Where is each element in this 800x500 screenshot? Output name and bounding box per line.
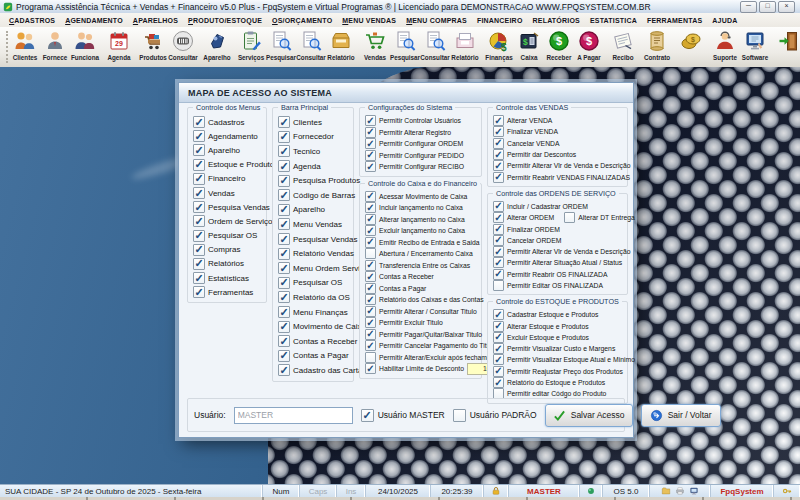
toolbar-caixa-button[interactable]: $Caixa <box>514 27 544 67</box>
checkbox-ferramentas[interactable]: ✓ <box>193 286 205 298</box>
checkbox-codigo-de-barras[interactable]: ✓ <box>278 189 290 201</box>
toolbar-coins-button[interactable]: $ <box>676 27 706 67</box>
checkbox-pesquisa-vendas[interactable]: ✓ <box>193 201 205 213</box>
checkbox-estatisticas[interactable]: ✓ <box>193 272 205 284</box>
toolbar-software-button[interactable]: Software <box>740 27 770 67</box>
checkbox-permitir-reabrir-vendas-finalizadas[interactable]: ✓ <box>493 172 504 183</box>
checkbox-finalizar-ordem[interactable]: ✓ <box>493 224 504 235</box>
checkbox-contas-a-pagar[interactable]: ✓ <box>365 283 376 294</box>
toolbar-relatorio-button[interactable]: Relatório <box>450 27 480 67</box>
checkbox-permitir-visualizar-estoque-atual-e-minimo[interactable]: ✓ <box>493 354 504 365</box>
checkbox-incluir-lancamento-no-caixa[interactable]: ✓ <box>365 202 376 213</box>
checkbox-contas-a-receber[interactable]: ✓ <box>365 271 376 282</box>
toolbar-financas-button[interactable]: $Finanças <box>484 27 514 67</box>
save-access-button[interactable]: Salvar Acesso <box>545 404 633 427</box>
checkbox-estoque-e-produtos[interactable]: ✓ <box>193 159 205 171</box>
toolbar-servicos-button[interactable]: Serviços <box>236 27 266 67</box>
checkbox-agenda[interactable]: ✓ <box>278 160 290 172</box>
checkbox-cadastro-das-cartas[interactable]: ✓ <box>278 364 290 376</box>
toolbar-vendas-button[interactable]: Vendas <box>360 27 390 67</box>
checkbox-habilitar-limite-de-desconto[interactable]: ✓ <box>365 363 376 374</box>
checkbox-menu-vendas[interactable]: ✓ <box>278 218 290 230</box>
checkbox-cancelar-ordem[interactable]: ✓ <box>493 235 504 246</box>
checkbox-alterar-ordem[interactable]: ✓ <box>493 212 504 223</box>
checkbox-permitir-alterar-vlr-de-venda-e-descricao[interactable]: ✓ <box>493 160 504 171</box>
checkbox-contas-a-pagar[interactable]: ✓ <box>278 350 290 362</box>
checkbox-pesquisar-os[interactable]: ✓ <box>193 230 205 242</box>
checkbox-alterar-estoque-e-produtos[interactable]: ✓ <box>493 321 504 332</box>
checkbox-permitir-configurar-pedido[interactable]: ✓ <box>365 150 376 161</box>
menu-item-estatistica[interactable]: ESTATISTICA <box>585 17 642 24</box>
checkbox-permitir-alterar-consultar-titulo[interactable]: ✓ <box>365 306 376 317</box>
menu-item-ajuda[interactable]: AJUDA <box>707 17 742 24</box>
checkbox-pesquisa-produtos[interactable]: ✓ <box>278 175 290 187</box>
checkbox-excluir-lancamento-no-caixa[interactable]: ✓ <box>365 225 376 236</box>
menu-item-relatorios[interactable]: RELATÓRIOS <box>528 17 585 24</box>
toolbar-pesquisar-button[interactable]: Pesquisar <box>266 27 296 67</box>
menu-item-produto-estoque[interactable]: PRODUTO/ESTOQUE <box>183 17 267 24</box>
checkbox-cancelar-venda[interactable]: ✓ <box>493 138 504 149</box>
toolbar-produtos-button[interactable]: Produtos <box>138 27 168 67</box>
checkbox-abertura-encerramento-caixa[interactable] <box>365 248 376 259</box>
menu-item-agendamento[interactable]: AGENDAMENTO <box>60 17 128 24</box>
maximize-button[interactable]: □ <box>759 1 776 13</box>
checkbox-cadastrar-estoque-e-produtos[interactable]: ✓ <box>493 309 504 320</box>
checkbox-tecnico[interactable]: ✓ <box>278 145 290 157</box>
menu-item-aparelhos[interactable]: APARELHOS <box>128 17 183 24</box>
toolbar-consultar-button[interactable]: Consultar <box>296 27 326 67</box>
toolbar-recibo-button[interactable]: Recibo <box>608 27 638 67</box>
checkbox-finalizar-venda[interactable]: ✓ <box>493 126 504 137</box>
checkbox-aparelho[interactable]: ✓ <box>278 204 290 216</box>
checkbox-permitir-configurar-ordem[interactable]: ✓ <box>365 138 376 149</box>
dialog-titlebar[interactable]: MAPA DE ACESSO AO SISTEMA <box>179 83 633 103</box>
checkbox-relatorio-dos-caixas-e-das-contas[interactable]: ✓ <box>365 294 376 305</box>
checkbox-menu-financas[interactable]: ✓ <box>278 306 290 318</box>
toolbar-clientes-button[interactable]: Clientes <box>10 27 40 67</box>
toolbar-fornece-button[interactable]: Fornece <box>40 27 70 67</box>
checkbox-permitir-pagar-quitar-baixar-titulo[interactable]: ✓ <box>365 329 376 340</box>
toolbar-funciona-button[interactable]: Funciona <box>70 27 100 67</box>
checkbox-pesquisar-vendas[interactable]: ✓ <box>278 233 290 245</box>
exit-back-button[interactable]: Sair / Voltar <box>641 404 721 427</box>
checkbox-pesquisar-os[interactable]: ✓ <box>278 277 290 289</box>
user-master-checkbox[interactable]: ✓ <box>361 409 374 422</box>
checkbox-contas-a-receber[interactable]: ✓ <box>278 335 290 347</box>
checkbox-vendas[interactable]: ✓ <box>193 187 205 199</box>
checkbox-permitir-alterar-situacao-atual-status[interactable]: ✓ <box>493 257 504 268</box>
checkbox-permitir-reajustar-preco-dos-produtos[interactable]: ✓ <box>493 366 504 377</box>
checkbox-permitir-controlar-usuarios[interactable]: ✓ <box>365 115 376 126</box>
toolbar-consultar-button[interactable]: Consultar <box>420 27 450 67</box>
checkbox-financeiro[interactable]: ✓ <box>193 173 205 185</box>
checkbox-movimento-de-caixa[interactable]: ✓ <box>278 321 290 333</box>
checkbox-permitir-cancelar-pagamento-do-titulo[interactable]: ✓ <box>365 340 376 351</box>
checkbox-alterar-dt-entrega[interactable] <box>564 212 575 223</box>
toolbar-exit-door-button[interactable] <box>774 27 800 67</box>
toolbar-receber-button[interactable]: $Receber <box>544 27 574 67</box>
user-master-option[interactable]: ✓ Usuário MASTER <box>361 409 445 422</box>
user-padrao-checkbox[interactable] <box>453 409 466 422</box>
menu-item-menu-compras[interactable]: MENU COMPRAS <box>401 17 472 24</box>
checkbox-fornecedor[interactable]: ✓ <box>278 131 290 143</box>
toolbar-a-pagar-button[interactable]: $A Pagar <box>574 27 604 67</box>
menu-item-cadastros[interactable]: CADASTROS <box>4 17 60 24</box>
menu-item-financeiro[interactable]: FINANCEIRO <box>472 17 528 24</box>
checkbox-permitir-visualizar-custo-e-margens[interactable]: ✓ <box>493 343 504 354</box>
checkbox-relatorios[interactable]: ✓ <box>193 258 205 270</box>
checkbox-permitir-editar-os-finalizada[interactable] <box>493 280 504 291</box>
checkbox-permitir-excluir-titulo[interactable]: ✓ <box>365 317 376 328</box>
checkbox-relatorio-da-os[interactable]: ✓ <box>278 291 290 303</box>
toolbar-aparelho-button[interactable]: Aparelho <box>202 27 232 67</box>
toolbar-pesquisar-button[interactable]: Pesquisar <box>390 27 420 67</box>
checkbox-alterar-lancamento-no-caixa[interactable]: ✓ <box>365 214 376 225</box>
checkbox-aparelho[interactable]: ✓ <box>193 144 205 156</box>
checkbox-permitir-alterar-vlr-de-venda-e-descricao[interactable]: ✓ <box>493 246 504 257</box>
checkbox-relatorio-do-estoque-e-produtos[interactable]: ✓ <box>493 377 504 388</box>
menu-item-menu-vendas[interactable]: MENU VENDAS <box>337 17 401 24</box>
checkbox-acessar-movimento-de-caixa[interactable]: ✓ <box>365 191 376 202</box>
checkbox-emitir-recibo-de-entrada-e-saida[interactable]: ✓ <box>365 237 376 248</box>
toolbar-consultar-button[interactable]: Consultar <box>168 27 198 67</box>
checkbox-compras[interactable]: ✓ <box>193 244 205 256</box>
menu-item-ferramentas[interactable]: FERRAMENTAS <box>642 17 707 24</box>
checkbox-relatorio-vendas[interactable]: ✓ <box>278 248 290 260</box>
checkbox-permitir-reabrir-os-finalizada[interactable]: ✓ <box>493 269 504 280</box>
